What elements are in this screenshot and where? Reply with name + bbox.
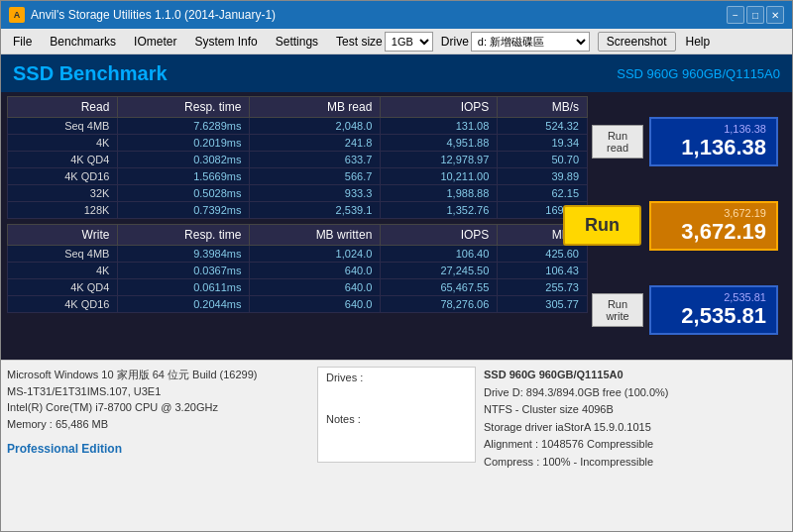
- row-label: 4K QD16: [8, 168, 118, 185]
- notes-label: Notes :: [326, 413, 467, 425]
- ssd-detail-6: Compress : 100% - Incompressible: [484, 454, 786, 472]
- table-row: 4K QD4 0.3082ms 633.7 12,978.97 50.70: [8, 152, 588, 168]
- table-row: 4K 0.2019ms 241.8 4,951.88 19.34: [8, 135, 588, 152]
- write-header-row: Write Resp. time MB written IOPS MB/s: [8, 225, 588, 246]
- read-score-large: 1,136.38: [661, 135, 766, 160]
- system-info: Microsoft Windows 10 家用版 64 位元 Build (16…: [7, 367, 309, 463]
- write-score-small: 2,535.81: [661, 291, 766, 303]
- resp-time: 0.2019ms: [118, 135, 250, 152]
- mb-val: 640.0: [250, 279, 381, 296]
- mb-val: 566.7: [250, 168, 381, 185]
- close-button[interactable]: ✕: [766, 6, 784, 24]
- iops-val: 27,245.50: [381, 263, 498, 279]
- resp-time: 7.6289ms: [118, 118, 250, 135]
- app-header: SSD Benchmark SSD 960G 960GB/Q1115A0: [1, 54, 792, 92]
- mbs-val: 106.43: [498, 263, 588, 279]
- resp-time: 0.2044ms: [118, 296, 250, 313]
- table-row: 4K QD16 0.2044ms 640.0 78,276.06 305.77: [8, 296, 588, 313]
- run-write-button[interactable]: Run write: [592, 293, 643, 327]
- mbs-val: 305.77: [498, 296, 588, 313]
- table-row: 4K QD4 0.0611ms 640.0 65,467.55 255.73: [8, 279, 588, 296]
- iops-val: 78,276.06: [381, 296, 498, 313]
- menu-iometer[interactable]: IOmeter: [126, 32, 184, 52]
- sys-line-1: MS-1T31/E1T31IMS.107, U3E1: [7, 383, 309, 400]
- drive-label: Drive: [441, 35, 469, 49]
- sys-line-3: Memory : 65,486 MB: [7, 416, 309, 433]
- mbs-val: 425.60: [498, 246, 588, 263]
- test-size-label: Test size: [336, 35, 383, 49]
- iops-val: 10,211.00: [381, 168, 498, 185]
- resp-time: 1.5669ms: [118, 168, 250, 185]
- read-header-row: Read Resp. time MB read IOPS MB/s: [8, 97, 588, 118]
- table-row: Seq 4MB 9.3984ms 1,024.0 106.40 425.60: [8, 246, 588, 263]
- benchmark-table: Read Resp. time MB read IOPS MB/s Seq 4M…: [7, 96, 588, 356]
- menu-file[interactable]: File: [5, 32, 40, 52]
- menu-benchmarks[interactable]: Benchmarks: [42, 32, 124, 52]
- main-content: Read Resp. time MB read IOPS MB/s Seq 4M…: [1, 92, 792, 360]
- mbs-val: 524.32: [498, 118, 588, 135]
- col-write: Write: [8, 225, 118, 246]
- drives-label: Drives :: [326, 372, 467, 383]
- title-bar: A Anvil's Storage Utilities 1.1.0 (2014-…: [1, 1, 792, 29]
- bottom-area: Microsoft Windows 10 家用版 64 位元 Build (16…: [1, 360, 792, 469]
- col-iops-r: IOPS: [381, 97, 498, 118]
- table-row: 4K QD16 1.5669ms 566.7 10,211.00 39.89: [8, 168, 588, 185]
- iops-val: 1,988.88: [381, 185, 498, 202]
- mbs-val: 39.89: [498, 168, 588, 185]
- test-size-select[interactable]: 1GB: [385, 32, 433, 52]
- sys-line-0: Microsoft Windows 10 家用版 64 位元 Build (16…: [7, 367, 309, 383]
- iops-val: 65,467.55: [381, 279, 498, 296]
- iops-val: 12,978.97: [381, 152, 498, 168]
- app-icon: A: [9, 7, 25, 23]
- ssd-details-panel: SSD 960G 960GB/Q1115A0 Drive D: 894.3/89…: [484, 367, 786, 463]
- row-label: Seq 4MB: [8, 246, 118, 263]
- maximize-button[interactable]: □: [746, 6, 764, 24]
- ssd-detail-0: SSD 960G 960GB/Q1115A0: [484, 367, 786, 384]
- ssd-detail-3: Storage driver iaStorA 15.9.0.1015: [484, 419, 786, 437]
- total-score-box: 3,672.19 3,672.19: [649, 201, 778, 251]
- menu-bar: File Benchmarks IOmeter System Info Sett…: [1, 29, 792, 54]
- resp-time: 0.0611ms: [118, 279, 250, 296]
- right-panel: Run read 1,136.38 1,136.38 Run 3,672.19 …: [588, 96, 786, 356]
- row-label: 4K QD16: [8, 296, 118, 313]
- read-score-small: 1,136.38: [661, 123, 766, 135]
- mb-val: 1,024.0: [250, 246, 381, 263]
- menu-help[interactable]: Help: [678, 32, 719, 52]
- ssd-detail-2: NTFS - Cluster size 4096B: [484, 401, 786, 419]
- col-resp-time-r: Resp. time: [118, 97, 250, 118]
- row-label: 32K: [8, 185, 118, 202]
- app-title: SSD Benchmark: [13, 62, 168, 85]
- screenshot-button[interactable]: Screenshot: [598, 32, 676, 52]
- mbs-val: 62.15: [498, 185, 588, 202]
- mb-val: 640.0: [250, 263, 381, 279]
- ssd-detail-5: Alignment : 1048576 Compressible: [484, 436, 786, 454]
- minimize-button[interactable]: −: [727, 6, 744, 24]
- resp-time: 0.5028ms: [118, 185, 250, 202]
- write-score-row: Run write 2,535.81 2,535.81: [592, 285, 782, 335]
- read-score-row: Run read 1,136.38 1,136.38: [592, 117, 782, 166]
- iops-val: 4,951.88: [381, 135, 498, 152]
- mb-val: 2,539.1: [250, 202, 381, 219]
- mbs-val: 50.70: [498, 152, 588, 168]
- resp-time: 0.0367ms: [118, 263, 250, 279]
- drive-select[interactable]: d: 新增磁碟區: [471, 32, 590, 52]
- mb-val: 2,048.0: [250, 118, 381, 135]
- sys-line-2: Intel(R) Core(TM) i7-8700 CPU @ 3.20GHz: [7, 399, 309, 416]
- run-read-button[interactable]: Run read: [592, 125, 643, 159]
- row-label: 128K: [8, 202, 118, 219]
- menu-sysinfo[interactable]: System Info: [186, 32, 265, 52]
- mb-val: 933.3: [250, 185, 381, 202]
- iops-val: 131.08: [381, 118, 498, 135]
- run-button[interactable]: Run: [563, 205, 641, 246]
- write-score-large: 2,535.81: [661, 303, 766, 329]
- mb-val: 640.0: [250, 296, 381, 313]
- row-label: 4K QD4: [8, 152, 118, 168]
- resp-time: 9.3984ms: [118, 246, 250, 263]
- ssd-info: SSD 960G 960GB/Q1115A0: [617, 66, 780, 81]
- professional-edition: Professional Edition: [7, 440, 309, 458]
- col-mbs-r: MB/s: [498, 97, 588, 118]
- menu-settings[interactable]: Settings: [268, 32, 326, 52]
- row-label: 4K: [8, 135, 118, 152]
- mb-val: 241.8: [250, 135, 381, 152]
- col-read: Read: [8, 97, 118, 118]
